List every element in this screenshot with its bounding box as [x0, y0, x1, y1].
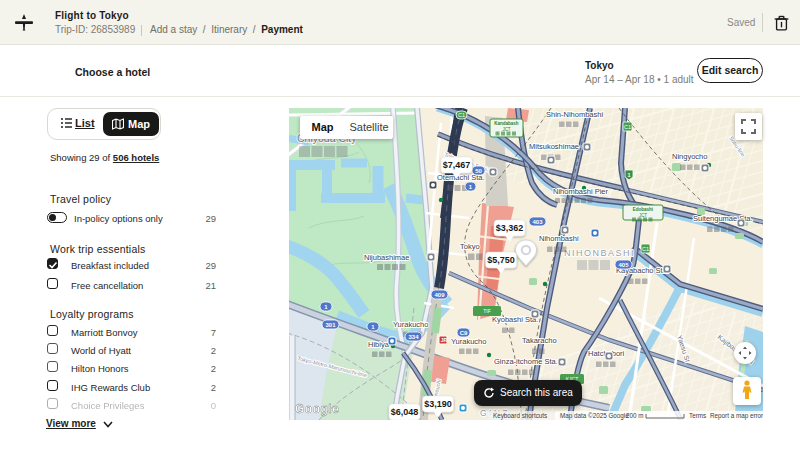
svg-text:C1: C1 — [624, 124, 631, 130]
svg-text:$5,750: $5,750 — [487, 255, 515, 265]
svg-text:$7,467: $7,467 — [443, 160, 471, 170]
svg-text:Google: Google — [295, 402, 339, 416]
svg-text:TIF: TIF — [483, 308, 491, 314]
svg-text:Map data ©2025 Google: Map data ©2025 Google — [560, 412, 629, 420]
svg-text:NIHONBASHI: NIHONBASHI — [564, 248, 635, 258]
svg-text:Yurakucho: Yurakucho — [393, 320, 428, 329]
svg-text:Report a map error: Report a map error — [710, 412, 763, 420]
svg-text:C1: C1 — [642, 246, 649, 252]
svg-text:Yurakucho: Yurakucho — [451, 337, 486, 346]
svg-text:$3,190: $3,190 — [424, 399, 452, 409]
svg-text:Terms: Terms — [689, 412, 706, 419]
svg-text:JR: JR — [441, 337, 448, 343]
svg-text:C1: C1 — [458, 112, 465, 118]
svg-text:JCT: JCT — [502, 127, 510, 132]
svg-text:334: 334 — [408, 334, 419, 340]
svg-text:Mitsukoshimae: Mitsukoshimae — [529, 142, 579, 151]
svg-text:403: 403 — [532, 219, 543, 225]
svg-text:Edobashi: Edobashi — [633, 207, 653, 212]
svg-text:$3,362: $3,362 — [496, 223, 524, 233]
svg-text:301: 301 — [325, 322, 336, 328]
svg-text:Ningyocho: Ningyocho — [672, 152, 707, 161]
svg-text:JCT: JCT — [639, 213, 647, 218]
svg-text:Hibiya: Hibiya — [368, 340, 390, 349]
svg-text:1: 1 — [627, 172, 630, 178]
svg-text:Keyboard shortcuts: Keyboard shortcuts — [493, 412, 547, 420]
svg-text:C9: C9 — [460, 330, 468, 336]
svg-text:Shin-Nihombashi: Shin-Nihombashi — [546, 110, 603, 119]
svg-text:Takaracho: Takaracho — [522, 336, 557, 345]
svg-text:50: 50 — [475, 168, 482, 174]
svg-text:200 m: 200 m — [626, 412, 644, 419]
svg-text:Kandabash: Kandabash — [494, 121, 519, 126]
svg-text:Nijubashimae: Nijubashimae — [364, 253, 409, 262]
svg-text:Tokyo: Tokyo — [460, 242, 480, 251]
svg-text:$6,048: $6,048 — [391, 407, 419, 417]
svg-text:Ginza-itchome Sta.: Ginza-itchome Sta. — [494, 357, 558, 366]
svg-text:409: 409 — [434, 292, 445, 298]
svg-text:405: 405 — [618, 262, 629, 268]
svg-text:Nihombashi Pier: Nihombashi Pier — [553, 187, 609, 196]
svg-text:Nihombashi: Nihombashi — [539, 234, 579, 243]
